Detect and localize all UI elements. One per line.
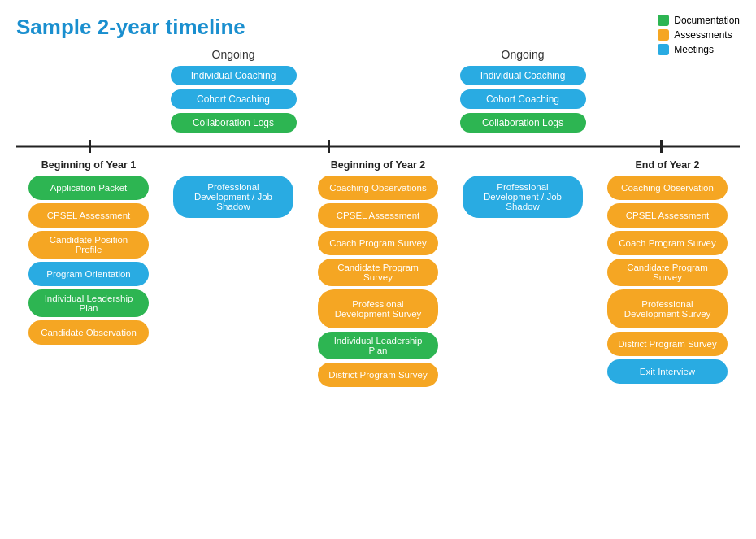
tick-year2-end [660, 140, 663, 153]
pill-coach-program-survey-end: Coach Program Survey [607, 231, 728, 255]
pill-individual-leadership-plan-y2: Individual Leadership Plan [318, 332, 438, 359]
pill-application-packet: Application Packet [28, 176, 149, 200]
ongoing1-cohort-coaching: Cohort Coaching [171, 89, 297, 109]
label-year2-end: End of Year 2 [595, 159, 740, 171]
tick-year1-start [89, 140, 91, 153]
ongoing2-label: Ongoing [502, 48, 545, 61]
pill-exit-interview: Exit Interview [607, 359, 728, 384]
pill-district-program-survey-y2: District Program Survey [318, 363, 438, 387]
pill-program-orientation: Program Orientation [28, 262, 149, 286]
diagram: Ongoing Individual Coaching Cohort Coach… [16, 48, 740, 387]
pill-coaching-observations-y2: Coaching Observations [318, 176, 438, 200]
ongoing2-collaboration-logs: Collaboration Logs [460, 113, 586, 133]
pill-prof-dev-job-shadow-1: Professional Development / Job Shadow [173, 176, 293, 218]
pill-prof-dev-survey-y2: Professional Development Survey [318, 289, 438, 328]
page-title: Sample 2-year timeline [16, 15, 740, 40]
ongoing1-label: Ongoing [212, 48, 255, 61]
milestone-labels-row: Beginning of Year 1 Beginning of Year 2 … [16, 159, 740, 171]
ongoing2-cohort-coaching: Cohort Coaching [460, 89, 586, 109]
label-between1 [161, 159, 306, 171]
label-between2 [450, 159, 595, 171]
col-year2-start: Coaching Observations CPSEL Assessment C… [306, 176, 450, 387]
pill-candidate-program-survey-end: Candidate Program Survey [607, 259, 728, 286]
ongoing1-collaboration-logs: Collaboration Logs [171, 113, 297, 133]
legend-color-documentation [658, 15, 669, 26]
pill-cpsel-assessment-y2: CPSEL Assessment [318, 203, 438, 228]
pill-candidate-position-profile: Candidate Position Profile [28, 231, 149, 259]
pill-individual-leadership-plan-y1: Individual Leadership Plan [28, 289, 149, 317]
pill-cpsel-assessment-end: CPSEL Assessment [607, 203, 728, 228]
legend-color-assessments [658, 29, 669, 41]
pill-prof-dev-survey-end: Professional Development Survey [607, 289, 728, 328]
ongoing2-individual-coaching: Individual Coaching [460, 66, 586, 85]
pill-prof-dev-job-shadow-2: Professional Development / Job Shadow [463, 176, 583, 218]
timeline-line [16, 146, 740, 148]
timeline-bar-container [16, 138, 740, 154]
page: Sample 2-year timeline Documentation Ass… [0, 0, 756, 539]
pill-cpsel-assessment-y1: CPSEL Assessment [28, 203, 149, 228]
pill-candidate-program-survey-y2: Candidate Program Survey [318, 259, 438, 286]
col-year2-end: Coaching Observation CPSEL Assessment Co… [595, 176, 740, 387]
label-year1-start: Beginning of Year 1 [16, 159, 161, 171]
legend-label-assessments: Assessments [674, 29, 732, 41]
col-between1: Professional Development / Job Shadow [161, 176, 306, 387]
tick-year2-start [328, 140, 330, 153]
col-between2: Professional Development / Job Shadow [450, 176, 595, 387]
ongoing1-individual-coaching: Individual Coaching [171, 66, 297, 85]
legend-item-documentation: Documentation [658, 15, 740, 26]
pill-candidate-observation-y1: Candidate Observation [28, 320, 149, 345]
label-year2-start: Beginning of Year 2 [306, 159, 450, 171]
pill-coach-program-survey-y2: Coach Program Survey [318, 231, 438, 255]
col-year1-start: Application Packet CPSEL Assessment Cand… [16, 176, 161, 387]
pill-coaching-observation-end: Coaching Observation [607, 176, 728, 200]
pill-district-program-survey-end: District Program Survey [607, 332, 728, 356]
legend-item-assessments: Assessments [658, 29, 740, 41]
legend-label-documentation: Documentation [674, 15, 740, 26]
bottom-columns: Application Packet CPSEL Assessment Cand… [16, 176, 740, 387]
